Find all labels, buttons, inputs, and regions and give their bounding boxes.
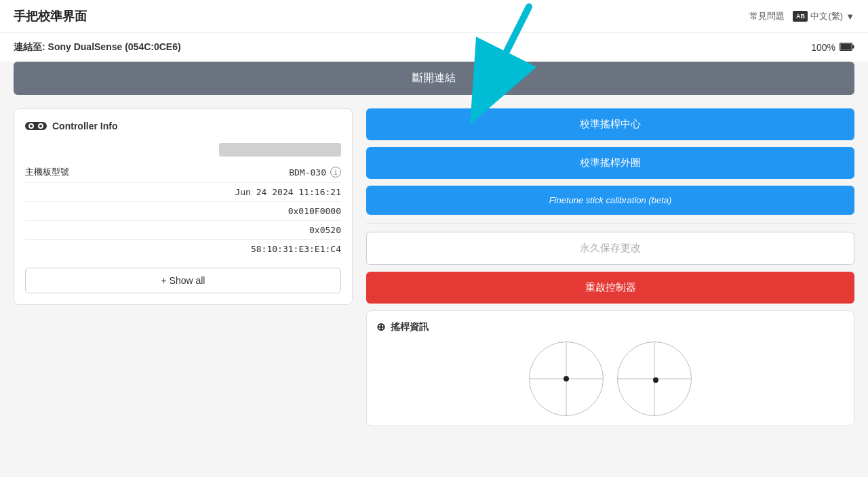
connection-info: 連結至: Sony DualSense (054C:0CE6) [14, 41, 181, 54]
stick-circles [376, 341, 844, 416]
connection-prefix: 連結至: [14, 41, 48, 52]
panel-header: Controller Info [25, 120, 341, 132]
separator [366, 223, 854, 224]
main-content: Controller Info 主機板型號 BDM-030 i Jun 24 2… [0, 95, 868, 440]
info-table: 主機板型號 BDM-030 i Jun 24 2024 11:16:21 0x0… [25, 162, 341, 258]
svg-point-9 [39, 125, 42, 127]
svg-rect-3 [841, 44, 852, 50]
page-title: 手把校準界面 [14, 8, 87, 24]
battery-info: 100% [811, 42, 854, 53]
save-changes-button[interactable]: 永久保存更改 [366, 232, 854, 265]
panel-title: Controller Info [52, 121, 117, 131]
table-row: 主機板型號 BDM-030 i [25, 162, 341, 183]
calibrate-center-button[interactable]: 校準搖桿中心 [366, 108, 854, 140]
svg-point-8 [30, 125, 33, 127]
lang-label: 中文(繁) [810, 10, 843, 22]
table-row: 0x0520 [25, 221, 341, 240]
right-stick-circle [617, 341, 692, 416]
calibrate-outer-button[interactable]: 校準搖桿外圈 [366, 147, 854, 179]
info-icon[interactable]: i [330, 167, 341, 178]
header: 手把校準界面 常見問題 AB 中文(繁) ▼ [0, 0, 868, 33]
controller-icon [25, 120, 47, 132]
device-name: Sony DualSense (054C:0CE6) [48, 41, 181, 52]
row-value: Jun 24 2024 11:16:21 [235, 187, 341, 197]
right-panel: 校準搖桿中心 校準搖桿外圈 Finetune stick calibration… [366, 108, 854, 426]
show-all-button[interactable]: + Show all [25, 268, 341, 293]
row-value: 58:10:31:E3:E1:C4 [251, 244, 341, 254]
chevron-down-icon: ▼ [846, 12, 854, 22]
row-value: BDM-030 i [289, 167, 341, 178]
battery-icon [840, 42, 854, 53]
disconnect-button[interactable]: 斷開連結 [14, 62, 854, 95]
target-icon: ⊕ [376, 320, 385, 333]
svg-rect-4 [852, 45, 854, 49]
right-stick-dot [653, 377, 658, 383]
lang-icon: AB [793, 11, 808, 22]
battery-level: 100% [811, 42, 835, 53]
redacted-info [219, 143, 341, 157]
table-row: 58:10:31:E3:E1:C4 [25, 240, 341, 258]
row-value: 0x0520 [309, 225, 341, 235]
stick-info-title: 搖桿資訊 [391, 321, 429, 333]
stick-info-panel: ⊕ 搖桿資訊 [366, 310, 854, 426]
controller-info-panel: Controller Info 主機板型號 BDM-030 i Jun 24 2… [14, 108, 353, 305]
connection-bar: 連結至: Sony DualSense (054C:0CE6) 100% [0, 33, 868, 62]
svg-rect-5 [25, 122, 47, 130]
header-right: 常見問題 AB 中文(繁) ▼ [749, 10, 854, 22]
language-button[interactable]: AB 中文(繁) ▼ [793, 10, 854, 22]
table-row: 0x010F0000 [25, 202, 341, 221]
left-stick-dot [564, 376, 569, 381]
table-row: Jun 24 2024 11:16:21 [25, 183, 341, 202]
faq-link[interactable]: 常見問題 [749, 10, 785, 22]
row-label: 主機板型號 [25, 166, 69, 178]
finetune-button[interactable]: Finetune stick calibration (beta) [366, 186, 854, 215]
left-stick-circle [529, 341, 604, 416]
stick-info-header: ⊕ 搖桿資訊 [376, 320, 844, 333]
reset-controller-button[interactable]: 重啟控制器 [366, 272, 854, 304]
row-value: 0x010F0000 [288, 206, 341, 216]
